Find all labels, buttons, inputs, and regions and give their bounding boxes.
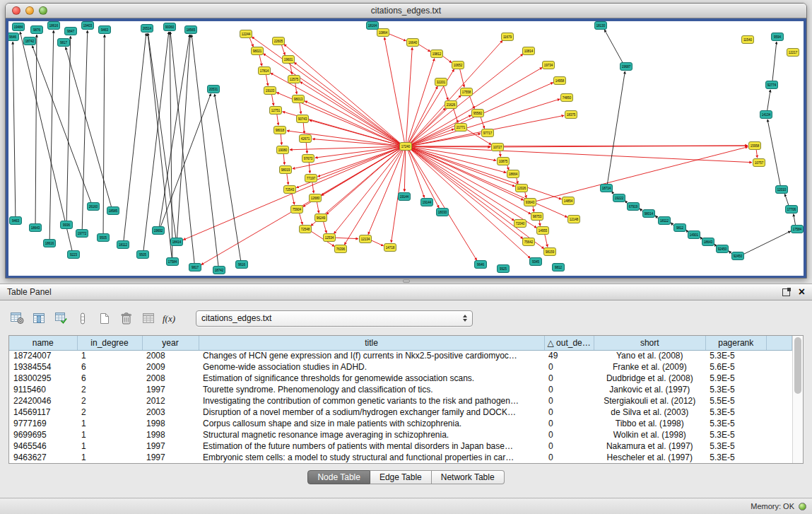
network-graph[interactable]: 1724012244226059802119601178141257519103… (8, 21, 804, 276)
graph-node[interactable]: 97673 (302, 155, 314, 163)
graph-edge[interactable] (271, 95, 273, 106)
graph-node[interactable]: 72543 (284, 186, 296, 194)
graph-edge[interactable] (103, 35, 105, 233)
graph-node[interactable]: 19812 (431, 50, 443, 58)
graph-node[interactable]: 77197 (305, 175, 317, 182)
graph-node[interactable]: 96249 (315, 214, 327, 222)
graph-node[interactable]: 19692 (153, 227, 165, 235)
graph-edge[interactable] (772, 42, 777, 81)
graph-edge[interactable] (411, 148, 514, 187)
graph-edge[interactable] (324, 222, 327, 233)
graph-node[interactable]: 9817 (189, 264, 201, 271)
graph-node[interactable]: 9345 (530, 258, 542, 266)
table-row[interactable]: 969969511998Structural magnetic resonanc… (9, 429, 792, 440)
graph-node[interactable]: 19772 (76, 230, 88, 238)
graph-edge[interactable] (517, 177, 518, 184)
graph-node[interactable]: 12026 (516, 185, 528, 192)
graph-edge[interactable] (309, 163, 310, 173)
graph-node[interactable]: 92774 (766, 81, 778, 89)
graph-edge[interactable] (160, 94, 211, 227)
graph-node[interactable]: 17240 (400, 143, 412, 151)
graph-node[interactable]: 12010 (776, 186, 788, 194)
graph-edge[interactable] (82, 30, 87, 229)
graph-node[interactable]: 18643 (702, 238, 714, 246)
graph-edge[interactable] (66, 36, 71, 221)
graph-node[interactable]: 74850 (561, 94, 573, 102)
table-row[interactable]: 911546021997Tourette syndrome. Phenomeno… (9, 384, 792, 395)
graph-node[interactable]: 18616 (44, 240, 56, 247)
graph-edge[interactable] (384, 37, 404, 142)
graph-node[interactable]: 18664 (507, 170, 519, 178)
column-header-pagerank[interactable]: pagerank (705, 336, 766, 350)
graph-edge[interactable] (767, 119, 780, 185)
graph-edge[interactable] (292, 194, 295, 205)
graph-node[interactable]: 32201 (435, 78, 447, 86)
tab-edge-table[interactable]: Edge Table (370, 470, 432, 484)
column-selector-button[interactable] (74, 310, 91, 327)
graph-node[interactable]: 9223 (68, 251, 80, 259)
graph-edge[interactable] (756, 150, 757, 158)
graph-node[interactable]: 19144 (399, 193, 411, 201)
graph-node[interactable]: 9646 (475, 261, 487, 269)
graph-edge[interactable] (20, 32, 72, 250)
graph-edge[interactable] (295, 83, 297, 94)
graph-node[interactable]: 18585 (107, 207, 119, 215)
graph-edge[interactable] (604, 30, 623, 63)
table-row[interactable]: 1872400712008Changes of HCN gene express… (9, 350, 792, 361)
graph-edge[interactable] (412, 148, 562, 199)
graph-edge[interactable] (404, 151, 405, 192)
graph-edge[interactable] (536, 147, 748, 201)
graph-node[interactable]: 98014 (643, 210, 655, 218)
graph-node[interactable]: 18616 (48, 22, 60, 30)
graph-edge[interactable] (13, 42, 16, 216)
graph-edge[interactable] (743, 231, 791, 255)
graph-edge[interactable] (334, 150, 401, 234)
graph-node[interactable]: 12680 (310, 194, 322, 202)
graph-node[interactable]: 9936 (61, 221, 73, 229)
graph-node[interactable]: 98018 (274, 127, 286, 134)
graph-edge[interactable] (406, 47, 413, 142)
table-scrollbar[interactable] (792, 336, 803, 463)
graph-node[interactable]: 16640 (407, 39, 419, 47)
column-header-out_degree[interactable]: △ out_de… (544, 336, 594, 350)
graph-node[interactable]: 9505 (137, 251, 149, 259)
tab-network-table[interactable]: Network Table (432, 470, 505, 484)
graph-edge[interactable] (281, 134, 281, 145)
import-table-button[interactable] (52, 310, 69, 327)
graph-edge[interactable] (442, 56, 452, 63)
graph-node[interactable]: 98021 (252, 47, 264, 55)
graph-edge[interactable] (300, 103, 301, 114)
graph-edge[interactable] (460, 69, 464, 88)
graph-node[interactable]: 9505 (98, 234, 110, 242)
graph-node[interactable]: 18130 (595, 22, 607, 30)
panel-splitter[interactable] (0, 279, 812, 284)
table-row[interactable]: 1938455462009Genome-wide association stu… (9, 361, 792, 373)
graph-node[interactable]: 19484 (13, 23, 25, 31)
graph-edge[interactable] (306, 143, 307, 153)
graph-edge[interactable] (49, 30, 54, 239)
column-header-title[interactable]: title (199, 336, 544, 350)
graph-edge[interactable] (124, 33, 146, 240)
graph-node[interactable]: 10757 (753, 159, 765, 167)
graph-node[interactable]: 17584 (792, 226, 804, 233)
graph-node[interactable]: 92450 (717, 245, 729, 253)
graph-node[interactable]: 12575 (288, 76, 300, 83)
graph-node[interactable]: 10814 (523, 47, 535, 55)
graph-edge[interactable] (33, 46, 91, 203)
graph-node[interactable]: 97717 (482, 129, 494, 137)
graph-node[interactable]: 19403 (82, 22, 94, 30)
graph-node[interactable]: 14854 (563, 197, 575, 205)
graph-node[interactable]: 18414 (171, 238, 183, 246)
graph-node[interactable]: 42671 (300, 135, 312, 143)
graph-edge[interactable] (300, 214, 303, 225)
select-column-button[interactable] (30, 310, 47, 327)
graph-node[interactable]: 19080 (277, 146, 289, 154)
column-header-year[interactable]: year (142, 336, 199, 350)
new-table-button[interactable] (96, 310, 113, 327)
graph-edge[interactable] (784, 194, 789, 205)
graph-node[interactable]: 26160 (88, 203, 100, 211)
graph-edge[interactable] (287, 174, 288, 185)
graph-node[interactable]: 92450 (732, 252, 744, 260)
column-header-in_degree[interactable]: in_degree (77, 336, 142, 350)
graph-node[interactable]: 22605 (273, 37, 285, 45)
